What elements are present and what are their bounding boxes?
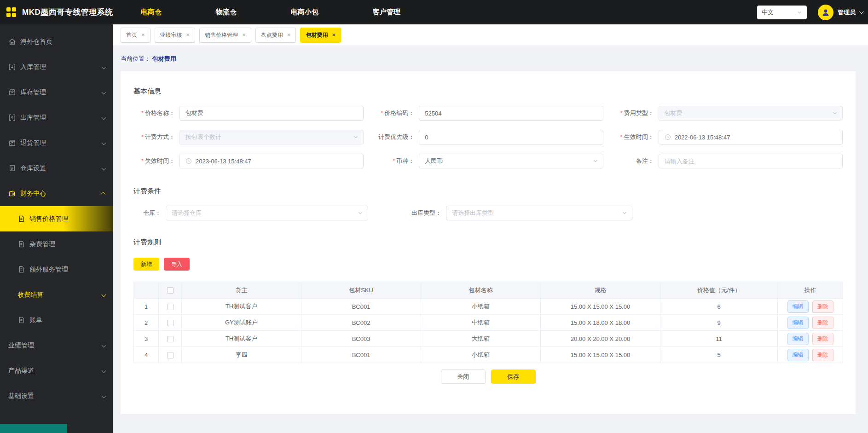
tab-close-icon[interactable]: × — [141, 33, 145, 37]
tab-sales-price-management[interactable]: 销售价格管理 × — [199, 28, 251, 43]
cell-sku: BC003 — [301, 331, 421, 347]
cell-spec: 15.00 X 15.00 X 15.00 — [541, 299, 660, 315]
cell-spec: 15.00 X 15.00 X 15.00 — [541, 347, 660, 363]
sidebar-item-outbound-management[interactable]: 出库管理 — [0, 105, 113, 130]
billing-method-select[interactable]: 按包裹个数计 — [179, 130, 364, 144]
cell-material-name: 大纸箱 — [421, 331, 541, 347]
sidebar-item-inbound-management[interactable]: 入库管理 — [0, 54, 113, 80]
package-icon — [8, 88, 16, 96]
warehouse-select[interactable]: 请选择仓库 — [166, 206, 368, 220]
header-owner: 货主 — [182, 282, 301, 299]
cell-checkbox — [159, 315, 182, 331]
tab-packing-material-fee[interactable]: 包材费用 × — [300, 28, 341, 43]
sidebar-item-label: 财务中心 — [20, 190, 46, 198]
cell-index: 2 — [134, 315, 159, 331]
topnav-ecommerce-parcel[interactable]: 电商小包 — [291, 8, 318, 17]
sidebar-item-finance-center[interactable]: 财务中心 — [0, 181, 113, 206]
breadcrumb: 当前位置： 包材费用 — [113, 46, 868, 71]
chevron-down-icon — [593, 158, 598, 164]
delete-button[interactable]: 删除 — [812, 349, 833, 361]
row-checkbox[interactable] — [167, 352, 174, 358]
sidebar-item-overseas-home[interactable]: 海外仓首页 — [0, 29, 113, 54]
header-select-all — [159, 282, 182, 299]
clipboard-icon — [8, 164, 16, 172]
warehouse-label: 仓库： — [133, 209, 166, 217]
cell-sku: BC001 — [301, 347, 421, 363]
wallet-icon — [8, 190, 16, 197]
sidebar-item-sales-price-management[interactable]: 销售价格管理 — [0, 206, 113, 231]
tab-close-icon[interactable]: × — [186, 33, 190, 37]
tab-close-icon[interactable]: × — [242, 33, 246, 37]
tab-label: 销售价格管理 — [205, 31, 238, 39]
delete-button[interactable]: 删除 — [812, 333, 833, 345]
delete-button[interactable]: 删除 — [812, 317, 833, 329]
tab-close-icon[interactable]: × — [332, 33, 336, 37]
chevron-down-icon — [102, 369, 106, 373]
sidebar-item-product-channels[interactable]: 产品渠道 — [0, 358, 113, 383]
topnav-ecommerce-warehouse[interactable]: 电商仓 — [141, 8, 162, 17]
edit-button[interactable]: 编辑 — [787, 349, 809, 361]
import-button[interactable]: 导入 — [164, 258, 190, 271]
avatar[interactable] — [818, 5, 833, 20]
expiry-time-input[interactable]: 2023-06-13 15:48:47 — [179, 154, 364, 168]
topnav-customer-management[interactable]: 客户管理 — [373, 8, 400, 17]
sidebar-item-performance-management[interactable]: 业绩管理 — [0, 333, 113, 358]
cell-material-name: 中纸箱 — [421, 315, 541, 331]
cell-owner: 李四 — [182, 347, 301, 363]
topnav-logistics-warehouse[interactable]: 物流仓 — [216, 8, 237, 17]
delete-button[interactable]: 删除 — [812, 300, 833, 313]
price-name-input[interactable] — [179, 106, 364, 121]
cell-owner: TH测试客户 — [182, 331, 301, 347]
cell-material-name: 小纸箱 — [421, 299, 541, 315]
chevron-down-icon — [102, 65, 106, 69]
language-select[interactable]: 中文 — [757, 6, 807, 19]
fee-type-select[interactable]: 包材费 — [659, 106, 843, 121]
row-checkbox[interactable] — [167, 304, 174, 310]
sidebar-item-returns-management[interactable]: 退货管理 — [0, 130, 113, 156]
row-checkbox[interactable] — [167, 336, 174, 342]
edit-button[interactable]: 编辑 — [787, 317, 809, 329]
sidebar-item-misc-fee-management[interactable]: 杂费管理 — [0, 231, 113, 257]
sidebar-item-label: 杂费管理 — [29, 240, 55, 248]
outbound-type-select[interactable]: 请选择出库类型 — [446, 206, 632, 220]
sidebar-item-extra-service-management[interactable]: 额外服务管理 — [0, 257, 113, 282]
sidebar-item-bills[interactable]: 账单 — [0, 307, 113, 333]
remark-input[interactable] — [659, 154, 843, 168]
tab-label: 首页 — [126, 31, 137, 39]
effective-time-input[interactable]: 2022-06-13 15:48:47 — [659, 130, 843, 144]
remark-label: 备注： — [613, 157, 659, 165]
sidebar-item-warehouse-settings[interactable]: 仓库设置 — [0, 156, 113, 181]
username[interactable]: 管理员 — [838, 8, 856, 17]
currency-label: *币种： — [373, 157, 419, 165]
currency-select[interactable]: 人民币 — [419, 154, 603, 168]
tab-inventory-fee[interactable]: 盘点费用 × — [255, 28, 296, 43]
expiry-time-label: *失效时间： — [133, 157, 179, 165]
cell-index: 3 — [134, 331, 159, 347]
add-rule-button[interactable]: 新增 — [133, 258, 159, 271]
select-all-checkbox[interactable] — [167, 287, 174, 294]
app-title: MKD墨西哥专线管理系统 — [22, 7, 113, 17]
chevron-down-icon — [353, 134, 359, 140]
tab-close-icon[interactable]: × — [287, 33, 291, 37]
cell-price: 6 — [660, 299, 778, 315]
cell-checkbox — [159, 347, 182, 363]
save-button[interactable]: 保存 — [491, 369, 536, 384]
edit-button[interactable]: 编辑 — [787, 333, 809, 345]
tab-label: 包材费用 — [306, 31, 328, 39]
main-area: 首页 × 业绩审核 × 销售价格管理 × 盘点费用 × 包材费用 × 当前位置： — [113, 24, 868, 433]
close-button[interactable]: 关闭 — [441, 369, 486, 384]
edit-button[interactable]: 编辑 — [787, 300, 809, 313]
row-checkbox[interactable] — [167, 320, 174, 326]
sidebar-item-inventory-management[interactable]: 库存管理 — [0, 80, 113, 105]
tab-home[interactable]: 首页 × — [121, 28, 150, 43]
tab-label: 盘点费用 — [261, 31, 283, 39]
required-asterisk: * — [620, 133, 623, 140]
billing-priority-input[interactable] — [419, 130, 603, 144]
sidebar-item-fee-settlement[interactable]: 收费结算 — [0, 282, 113, 307]
tab-performance-audit[interactable]: 业绩审核 × — [155, 28, 196, 43]
price-code-input[interactable] — [419, 106, 603, 121]
sidebar-item-basic-settings[interactable]: 基础设置 — [0, 383, 113, 409]
chevron-down-icon — [102, 293, 106, 297]
section-title-billing-conditions: 计费条件 — [133, 187, 843, 196]
apps-grid-icon[interactable] — [6, 7, 16, 17]
